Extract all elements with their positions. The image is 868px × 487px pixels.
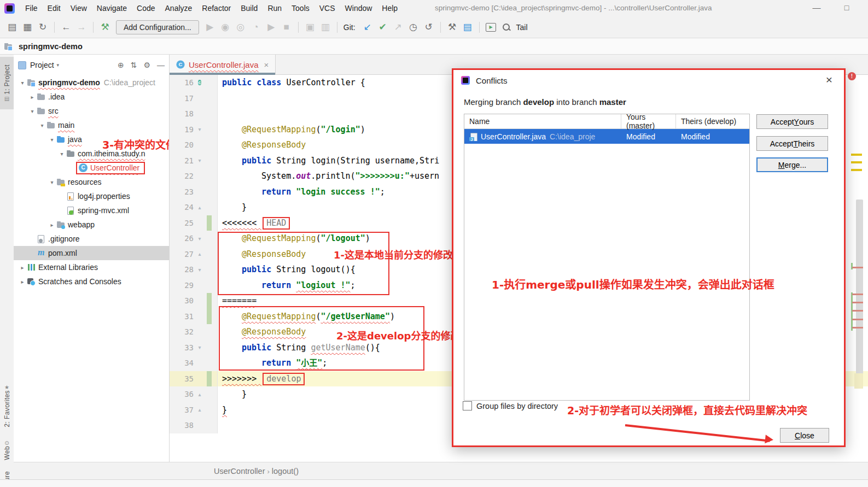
checkbox-box-icon[interactable] (463, 401, 472, 410)
tree-item--idea[interactable]: ▸.idea (14, 90, 169, 104)
git-update-icon[interactable]: ↙ (360, 20, 375, 34)
git-history-icon[interactable]: ◷ (406, 20, 421, 34)
column-theirs[interactable]: Theirs (develop) (676, 114, 749, 128)
collapse-all-icon[interactable]: ⇅ (131, 61, 137, 69)
fold-marker-icon[interactable]: ▴ (194, 251, 206, 257)
deploy-icon[interactable]: ▥ (318, 20, 333, 34)
fold-marker-icon[interactable]: ▴ (194, 204, 206, 210)
wrench-icon[interactable]: ⚒ (445, 20, 460, 34)
tree-item--gitignore[interactable]: .gitignore (14, 232, 169, 246)
maximize-button[interactable]: □ (836, 0, 858, 16)
tree-item-resources[interactable]: ▾resources (14, 175, 169, 189)
chevron-down-icon[interactable]: ▾ (38, 122, 46, 128)
menu-navigate[interactable]: Navigate (92, 4, 132, 13)
chevron-right-icon[interactable]: ▸ (18, 265, 27, 271)
chevron-right-icon[interactable]: ▸ (18, 279, 27, 285)
tree-item-webapp[interactable]: ▸webapp (14, 218, 169, 232)
accept-yours-button[interactable]: Accept Yours (756, 114, 828, 129)
profiler-icon[interactable]: ◔ (248, 20, 264, 34)
update-running-app-icon[interactable]: ▣ (302, 20, 318, 34)
error-stripe-mark[interactable] (852, 310, 863, 312)
editor-scrollbar-thumb[interactable] (856, 200, 863, 383)
tree-item-scratches-and-consoles[interactable]: ▸Scratches and Consoles (14, 274, 169, 289)
coverage-icon[interactable]: ◎ (233, 20, 248, 34)
fold-marker-icon[interactable]: ▾ (194, 344, 206, 350)
menu-vcs[interactable]: VCS (314, 4, 340, 13)
hide-panel-icon[interactable]: — (157, 61, 165, 69)
chevron-right-icon[interactable]: ▸ (28, 94, 37, 100)
class-run-icon[interactable]: c (194, 79, 206, 86)
warning-stripe-mark[interactable] (851, 161, 862, 163)
menu-window[interactable]: Window (340, 4, 377, 13)
menu-tools[interactable]: Tools (287, 4, 314, 13)
fold-marker-icon[interactable]: ▾ (194, 267, 206, 273)
column-name[interactable]: Name (464, 114, 621, 128)
tree-item-spring-mvc-xml[interactable]: spring-mvc.xml (14, 203, 169, 218)
tree-item-external-libraries[interactable]: ▸External Libraries (14, 260, 169, 274)
tool-tab-favorites[interactable]: ★ 2: Favorites (0, 383, 14, 427)
chevron-down-icon[interactable]: ▾ (48, 179, 56, 185)
tree-item-src[interactable]: ▾src (14, 104, 169, 118)
save-all-icon[interactable]: ▦ (20, 20, 35, 34)
table-row[interactable]: UserController.java C:\idea_proje Modifi… (464, 129, 749, 144)
menu-edit[interactable]: Edit (43, 4, 66, 13)
error-stripe-mark[interactable] (852, 327, 863, 328)
tree-item-springmvc-demo[interactable]: ▾springmvc-demoC:\idea_project (14, 75, 169, 90)
fold-marker-icon[interactable]: ▾ (194, 126, 206, 132)
fold-marker-icon[interactable]: ▾ (194, 157, 206, 163)
project-view-selector[interactable]: Project (30, 61, 54, 69)
added-lines-stripe-mark[interactable] (851, 292, 853, 331)
merge--button[interactable]: Merge... (756, 157, 828, 172)
tree-item-log4j-properties[interactable]: log4j.properties (14, 189, 169, 203)
chevron-down-icon[interactable]: ▾ (48, 137, 56, 143)
locate-icon[interactable]: ⊕ (118, 61, 124, 69)
tab-usercontroller[interactable]: UserController.java × (170, 55, 276, 74)
warning-stripe-mark[interactable] (851, 169, 862, 171)
fold-marker-icon[interactable]: ▴ (194, 407, 206, 413)
menu-view[interactable]: View (66, 4, 92, 13)
tool-tab-project[interactable]: 1: Project ▤ (0, 57, 14, 109)
run-tool-icon[interactable]: ▶ (264, 20, 279, 34)
menu-code[interactable]: Code (132, 4, 160, 13)
menu-run[interactable]: Run (263, 4, 287, 13)
highlighted-line-stripe-mark[interactable] (854, 373, 863, 389)
debug-icon[interactable]: ◉ (218, 20, 233, 34)
chevron-right-icon[interactable]: ▸ (48, 222, 56, 228)
add-configuration-button[interactable]: Add Configuration... (116, 20, 199, 34)
error-stripe-mark[interactable] (852, 294, 863, 295)
menu-analyze[interactable]: Analyze (160, 4, 197, 13)
chevron-down-icon[interactable]: ▾ (18, 80, 27, 86)
menu-help[interactable]: Help (377, 4, 403, 13)
git-commit-icon[interactable]: ✔ (375, 20, 391, 34)
search-everywhere-icon[interactable] (499, 20, 514, 34)
stop-icon[interactable]: ■ (279, 20, 294, 34)
chevron-down-icon[interactable]: ▾ (57, 151, 66, 157)
added-lines-stripe-mark[interactable] (851, 263, 853, 269)
menu-file[interactable]: File (20, 4, 43, 13)
close-button[interactable]: Close (780, 428, 829, 443)
build-project-icon[interactable]: ⚒ (97, 20, 113, 34)
fold-marker-icon[interactable]: ▴ (194, 391, 206, 397)
tree-item-pom-xml[interactable]: pom.xml (14, 246, 169, 260)
accept-theirs-button[interactable]: Accept Theirs (756, 136, 828, 151)
menu-refactor[interactable]: Refactor (197, 4, 236, 13)
breadcrumb-method[interactable]: logout() (272, 467, 299, 476)
dialog-close-icon[interactable]: × (822, 73, 836, 86)
column-yours[interactable]: Yours (master) (621, 114, 676, 128)
chevron-down-icon[interactable]: ▾ (28, 108, 37, 114)
project-breadcrumb[interactable]: springmvc-demo (19, 42, 83, 51)
tool-tab-web[interactable]: ⊙ Web (0, 438, 14, 460)
terminal-icon[interactable]: ▶ (483, 20, 499, 34)
back-icon[interactable]: ← (59, 20, 74, 34)
fold-marker-icon[interactable]: ▾ (194, 236, 206, 242)
open-project-icon[interactable]: ▤ (4, 20, 20, 34)
minimize-button[interactable]: — (806, 0, 828, 16)
git-rollback-icon[interactable]: ↺ (421, 20, 436, 34)
tab-close-icon[interactable]: × (264, 60, 269, 69)
warning-stripe-mark[interactable] (851, 154, 862, 156)
forward-icon[interactable]: → (74, 20, 89, 34)
settings-gear-icon[interactable]: ⚙ (143, 61, 150, 69)
tree-item-usercontroller[interactable]: UserController (14, 161, 169, 175)
group-files-checkbox[interactable]: Group files by directory (463, 401, 558, 410)
error-stripe-mark[interactable] (852, 302, 863, 303)
